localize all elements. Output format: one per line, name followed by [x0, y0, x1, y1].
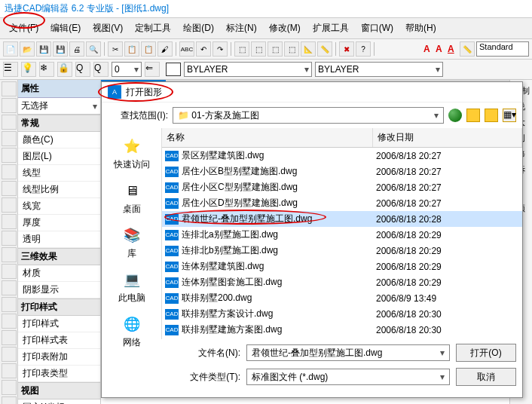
undo-icon[interactable]: ↶ — [196, 41, 211, 57]
draw-tool-icon[interactable] — [2, 380, 17, 395]
file-row[interactable]: CAD连排北a别墅施工图.dwg2006/8/18 20:29 — [162, 227, 522, 243]
file-row[interactable]: CAD联排别墅建施方案图.dwg2006/8/18 20:30 — [162, 322, 522, 338]
draw-tool-icon[interactable] — [2, 264, 17, 279]
property-item[interactable]: 材质 — [18, 265, 100, 282]
freeze-icon[interactable]: ❄ — [39, 62, 54, 77]
ruler-icon[interactable]: 📏 — [460, 41, 475, 57]
layer-icon[interactable]: ☰ — [3, 62, 18, 77]
tool-icon[interactable]: ⬚ — [234, 41, 249, 57]
text-a-icon[interactable]: A — [423, 44, 430, 54]
draw-tool-icon[interactable] — [2, 131, 17, 146]
property-item[interactable]: 厚度 — [18, 215, 100, 231]
up-icon[interactable] — [466, 109, 480, 122]
property-item[interactable]: 打印样式表 — [18, 332, 100, 349]
redo-icon[interactable]: ↷ — [212, 41, 228, 57]
place-item[interactable]: 💻此电脑 — [105, 265, 158, 308]
property-item[interactable]: 线型 — [18, 165, 100, 182]
new-icon[interactable]: 📄 — [3, 41, 18, 57]
property-item[interactable]: 线宽 — [18, 198, 100, 215]
place-item[interactable]: 📚库 — [105, 220, 158, 263]
file-row[interactable]: CAD联排别墅方案设计.dwg2006/8/18 20:30 — [162, 306, 522, 322]
property-item[interactable]: 打印样式 — [18, 316, 100, 332]
preview-icon[interactable]: 🔍 — [86, 41, 101, 57]
property-group[interactable]: 打印样式 — [18, 298, 100, 316]
q2-icon[interactable]: Q — [93, 62, 109, 77]
tool5-icon[interactable]: 📐 — [301, 41, 316, 57]
file-list[interactable]: 名称 修改日期 CAD景区别墅建筑图.dwg2006/8/18 20:27CAD… — [162, 128, 522, 339]
property-item[interactable]: 阴影显示 — [18, 282, 100, 298]
lineweight-combo[interactable]: BYLAYER — [315, 62, 443, 77]
draw-tool-icon[interactable] — [2, 181, 17, 196]
draw-tool-icon[interactable] — [2, 81, 17, 96]
back-icon[interactable] — [448, 109, 462, 122]
draw-tool-icon[interactable] — [2, 297, 17, 312]
newfolder-icon[interactable] — [485, 109, 498, 122]
views-icon[interactable]: ▦▾ — [503, 109, 516, 122]
property-group[interactable]: 视图 — [18, 382, 100, 399]
property-item[interactable]: 颜色(C) — [18, 132, 100, 148]
save-icon[interactable]: 💾 — [36, 41, 51, 57]
property-item[interactable]: 透明 — [18, 231, 100, 248]
menu-item[interactable]: 修改(M) — [263, 20, 307, 37]
filetype-combo[interactable]: 标准图文件 (*.dwg) — [246, 369, 450, 385]
menu-item[interactable]: 定制工具 — [129, 20, 177, 37]
draw-tool-icon[interactable] — [2, 214, 17, 229]
file-row[interactable]: CAD居住小区B型别墅建施图.dwg2006/8/18 20:27 — [162, 164, 522, 179]
property-item[interactable]: 打印表附加 — [18, 349, 100, 366]
file-row[interactable]: CAD联排别墅200.dwg2006/8/9 13:49 — [162, 290, 522, 306]
draw-tool-icon[interactable] — [2, 247, 17, 262]
draw-tool-icon[interactable] — [2, 164, 17, 179]
property-item[interactable]: 线型比例 — [18, 182, 100, 198]
tool3-icon[interactable]: ⬚ — [268, 41, 283, 57]
bulb-icon[interactable]: 💡 — [21, 62, 36, 77]
tool6-icon[interactable]: 📏 — [317, 41, 332, 57]
place-item[interactable]: 🖥桌面 — [105, 176, 158, 219]
file-row[interactable]: CAD居住小区C型别墅建施图.dwg2006/8/18 20:27 — [162, 179, 522, 195]
draw-tool-icon[interactable] — [2, 148, 17, 163]
filename-input[interactable]: 君领世纪-叠加型别墅施工图.dwg — [246, 344, 450, 361]
menu-item[interactable]: 扩展工具 — [307, 20, 355, 37]
draw-tool-icon[interactable] — [2, 396, 17, 404]
text-a2-icon[interactable]: A — [436, 44, 442, 54]
menu-item[interactable]: 视图(V) — [87, 20, 129, 37]
menu-item[interactable]: 标注(N) — [220, 20, 263, 37]
color-swatch[interactable] — [166, 63, 181, 76]
draw-tool-icon[interactable] — [2, 197, 17, 213]
lock-icon[interactable]: 🔒 — [57, 62, 72, 77]
draw-tool-icon[interactable] — [2, 231, 17, 246]
file-row[interactable]: CAD居住小区D型别墅建施图.dwg2006/8/18 20:27 — [162, 195, 522, 211]
draw-tool-icon[interactable] — [2, 98, 17, 113]
saveas-icon[interactable]: 💾 — [53, 41, 68, 57]
property-item[interactable]: 打印表类型 — [18, 366, 100, 382]
linetype-combo[interactable]: BYLAYER — [184, 62, 312, 77]
col-name[interactable]: 名称 — [162, 128, 373, 147]
draw-tool-icon[interactable] — [2, 347, 17, 362]
file-row[interactable]: CAD连体别墅图套施工图.dwg2006/8/18 20:29 — [162, 274, 522, 290]
copy-icon[interactable]: 📋 — [124, 41, 139, 57]
property-item[interactable]: 圆心X坐标 — [18, 399, 100, 404]
layer0-combo[interactable]: 0 — [112, 62, 142, 77]
draw-tool-icon[interactable] — [2, 330, 17, 345]
property-item[interactable]: 图层(L) — [18, 148, 100, 165]
tool2-icon[interactable]: ⬚ — [251, 41, 266, 57]
cut-icon[interactable]: ✂ — [108, 41, 123, 57]
menu-item[interactable]: 编辑(E) — [44, 20, 87, 37]
path-combo[interactable]: 📁 01-方案及施工图 — [173, 107, 444, 124]
tool4-icon[interactable]: ⬚ — [284, 41, 299, 57]
property-group[interactable]: 三维效果 — [18, 248, 100, 265]
text-a3-icon[interactable]: A — [448, 44, 454, 54]
file-row[interactable]: CAD景区别墅建筑图.dwg2006/8/18 20:27 — [162, 148, 522, 164]
menu-item[interactable]: 文件(F) — [3, 20, 44, 37]
print-icon[interactable]: 🖨 — [69, 41, 84, 57]
menu-item[interactable]: 绘图(D) — [177, 20, 220, 37]
place-item[interactable]: ⭐快速访问 — [105, 131, 158, 174]
q-icon[interactable]: Q — [75, 62, 90, 77]
help-icon[interactable]: ✖ — [339, 41, 354, 57]
standard-combo[interactable]: Standard — [476, 41, 529, 57]
menu-item[interactable]: 窗口(W) — [355, 20, 399, 37]
file-row[interactable]: CAD君领世纪-叠加型别墅施工图.dwg2006/8/18 20:28 — [162, 211, 522, 227]
abc-icon[interactable]: ABC — [179, 41, 194, 57]
draw-tool-icon[interactable] — [2, 314, 17, 329]
paste-icon[interactable]: 📋 — [141, 41, 156, 57]
draw-tool-icon[interactable] — [2, 280, 17, 295]
